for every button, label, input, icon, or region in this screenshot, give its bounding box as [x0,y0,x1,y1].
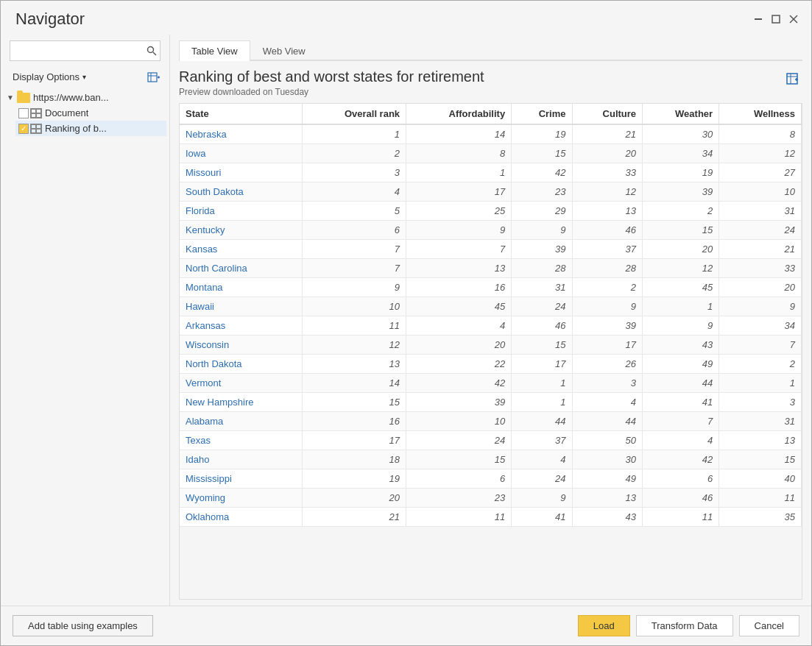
preview-action-button[interactable] [782,68,802,91]
table-cell: Mississippi [180,469,303,489]
display-options-button[interactable]: Display Options ▾ [10,70,89,84]
table-cell: 19 [512,124,572,144]
table-cell: 50 [572,431,643,450]
tree-url-label: https://www.ban... [33,92,109,103]
table-cell: Montana [180,278,303,297]
tree-item-document[interactable]: Document [15,105,166,121]
table-cell: 2 [572,278,643,297]
add-table-button[interactable]: Add table using examples [13,615,153,636]
table-cell: 37 [572,240,643,259]
table-cell: 42 [643,450,719,469]
display-options-row: Display Options ▾ [1,67,169,87]
table-cell: 4 [406,316,512,336]
tree-arrow-url: ▼ [7,93,17,102]
table-row: Kansas7739372021 [180,240,802,259]
tree-item-ranking[interactable]: ✓ Ranking of b... [15,121,166,136]
table-row: Hawaii104524919 [180,297,802,316]
table-cell: 34 [719,316,802,336]
table-cell: Hawaii [180,297,303,316]
close-button[interactable] [788,13,799,25]
table-cell: 16 [406,278,512,297]
table-scroll[interactable]: StateOverall rankAffordabilityCrimeCultu… [180,104,802,599]
table-cell: 17 [303,431,406,450]
preview-title: Ranking of best and worst states for ret… [179,68,484,85]
table-cell: 9 [512,489,572,508]
minimize-button[interactable] [752,13,764,25]
table-cell: 15 [719,450,802,469]
table-cell: Nebraska [180,124,303,144]
add-table-icon [147,71,160,84]
table-row: Vermont144213441 [180,374,802,393]
col-header-crime: Crime [512,104,572,124]
search-input[interactable] [10,46,143,57]
table-cell: Arkansas [180,316,303,336]
document-checkbox[interactable] [18,108,29,118]
table-cell: 12 [303,336,406,355]
table-row: Oklahoma211141431135 [180,508,802,527]
table-cell: 15 [303,393,406,412]
table-cell: 42 [406,374,512,393]
content-area: Display Options ▾ ▼ [1,35,811,606]
table-cell: 7 [303,259,406,278]
table-cell: 28 [512,259,572,278]
svg-rect-0 [755,18,762,20]
search-button[interactable] [143,40,160,61]
table-cell: 46 [572,221,643,240]
add-table-icon-button[interactable] [147,71,160,84]
table-cell: 17 [406,182,512,202]
table-row: Nebraska1141921308 [180,124,802,144]
tab-table-view[interactable]: Table View [179,40,250,61]
table-cell: 27 [719,163,802,182]
load-button[interactable]: Load [578,615,630,636]
table-cell: 37 [512,431,572,450]
cancel-button[interactable]: Cancel [739,615,799,636]
preview-subtitle: Preview downloaded on Tuesday [179,87,484,97]
table-cell: 1 [719,374,802,393]
table-cell: Iowa [180,144,303,163]
table-cell: 9 [512,221,572,240]
table-cell: 6 [406,469,512,489]
table-cell: 21 [719,240,802,259]
table-cell: 43 [643,336,719,355]
table-cell: 13 [406,259,512,278]
table-row: Texas17243750413 [180,431,802,450]
table-cell: 3 [572,374,643,393]
table-cell: 2 [719,355,802,374]
table-cell: 21 [303,508,406,527]
table-cell: 20 [572,144,643,163]
table-cell: 24 [512,297,572,316]
table-cell: 18 [303,450,406,469]
table-cell: 4 [572,393,643,412]
table-cell: 41 [643,393,719,412]
title-bar: Navigator [1,1,811,35]
table-cell: 24 [719,221,802,240]
table-cell: New Hampshire [180,393,303,412]
table-cell: Wyoming [180,489,303,508]
table-cell: 28 [572,259,643,278]
table-wrapper: StateOverall rankAffordabilityCrimeCultu… [179,103,802,600]
table-cell: 15 [643,221,719,240]
table-cell: 5 [303,202,406,221]
navigator-window: Navigator [0,0,812,646]
tree-item-url[interactable]: ▼ https://www.ban... [4,90,166,105]
table-row: Alabama16104444731 [180,412,802,431]
transform-data-button[interactable]: Transform Data [636,615,733,636]
table-cell: 24 [512,469,572,489]
table-cell: 10 [406,412,512,431]
ranking-checkbox[interactable]: ✓ [18,124,29,134]
maximize-button[interactable] [770,13,782,25]
table-cell: North Carolina [180,259,303,278]
table-cell: 42 [512,163,572,182]
table-cell: 1 [406,163,512,182]
table-row: Mississippi1962449640 [180,469,802,489]
table-cell: 11 [643,508,719,527]
table-row: New Hampshire153914413 [180,393,802,412]
table-cell: 40 [719,469,802,489]
tab-web-view[interactable]: Web View [250,40,318,61]
svg-line-5 [153,52,156,55]
table-cell: 13 [303,355,406,374]
table-cell: 7 [406,240,512,259]
table-cell: 34 [643,144,719,163]
table-cell: 20 [406,336,512,355]
window-title: Navigator [15,10,85,29]
